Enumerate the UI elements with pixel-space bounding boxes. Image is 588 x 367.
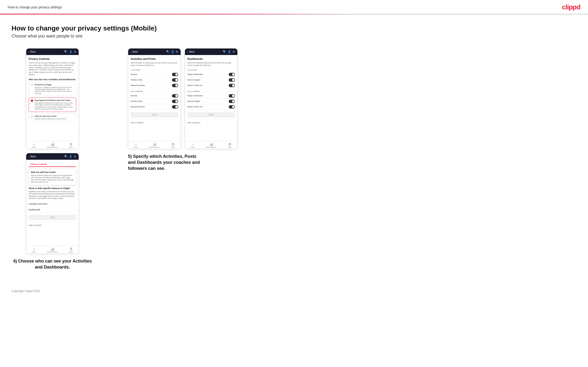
performance-label-3: My Performance [149,147,160,148]
nav-home-2[interactable]: ⌂ Home [32,247,36,253]
screenshots-row: ‹ Back 🔍 👤 ⚙ Privacy Controls Control ho… [12,48,576,270]
dashboards-title: Dashboards [187,57,235,60]
page-subheading: Choose what you want people to see [12,34,576,39]
save-button-3[interactable]: Save [130,112,178,117]
people-icon-4: 👤 [228,50,231,53]
privacy-controls-body: Control how you and your data appears to… [29,62,76,76]
menu-label-2: Menu [69,251,73,253]
back-chevron-4-icon: ‹ [187,50,188,53]
round-insights-coach-toggle[interactable] [229,78,235,82]
nav-home-1[interactable]: ⌂ Home [32,143,36,148]
rounds-coach-toggle[interactable] [172,73,178,76]
manual-coach-toggle[interactable] [172,84,178,87]
search-icon-2: 🔍 [64,155,68,158]
nav-performance-4[interactable]: 📊 My Performance [206,143,216,148]
back-label-3: Back [132,50,138,53]
phone-2-bottom-nav: ⌂ Home 📊 My Performance ☰ Menu [26,246,79,254]
save-button-2[interactable]: Save [29,215,76,220]
caption-5-line3: followers can see. [128,166,165,171]
caption-5-line1: 5) Specify which Activities, Posts [128,154,196,159]
home-icon-4: ⌂ [192,143,193,146]
nav-home-3[interactable]: ⌂ Home [134,143,138,148]
activities-posts-row[interactable]: Activities and Posts › [29,201,76,207]
option-only-you[interactable]: Only You and Your Coach Only you and the… [29,113,76,122]
nav-performance-2[interactable]: 📊 My Performance [47,247,58,253]
menu-icon-4: ☰ [228,143,231,146]
back-chevron-2-icon: ‹ [29,155,30,158]
tab-bar-2: Privacy Controls [29,162,76,167]
save-button-4[interactable]: Save [187,112,235,117]
nav-menu-3[interactable]: ☰ Menu [171,143,175,148]
round-insights-followers-toggle[interactable] [229,100,235,103]
player-dash-followers-label: Player Dashboard [187,95,203,97]
caption-5-line2: and Dashboards your coaches and [128,160,200,165]
phone-3-header: ‹ Back 🔍 👤 ⚙ [128,49,181,55]
phone-4: ‹ Back 🔍 👤 ⚙ Dashboards Select the dashb… [185,48,238,149]
settings-icon: ⚙ [74,50,76,53]
nav-home-4[interactable]: ⌂ Home [191,143,195,148]
option-approved[interactable]: Only Approved Followers and Your Coach O… [29,98,76,112]
what-to-work-followers-toggle[interactable] [229,105,235,108]
toggle-rounds-coach: Rounds [130,72,178,77]
option-approved-desc: Only approved followers and coaches you … [35,102,74,110]
rounds-followers-toggle[interactable] [172,94,178,98]
show-or-hide-section: Show or hide specific features in Clippd… [29,187,76,199]
phone-4-body: Dashboards Select the dashboards that yo… [185,55,237,139]
home-icon-3: ⌂ [135,143,137,146]
phone-2-body: Privacy Controls Only You and Your Coach… [26,160,79,244]
drills-followers-toggle[interactable] [172,100,178,103]
phone-4-header: ‹ Back 🔍 👤 ⚙ [185,49,237,55]
dashboards-arrow-icon: › [76,209,76,211]
nav-menu-4[interactable]: ☰ Menu [228,143,232,148]
screenshot-group-2: ‹ Back 🔍 👤 ⚙ Activities and Posts Select… [128,48,238,172]
people-icon-3: 👤 [171,50,174,53]
toggle-drills-coach: Practice Drills [130,77,178,83]
player-dash-coach-label: Player Dashboard [187,73,203,75]
back-label-2: Back [31,155,36,158]
menu-icon-1: ☰ [70,143,72,146]
manual-followers-toggle[interactable] [172,105,178,108]
activities-posts-desc: Select the types of activity that you'd … [130,62,178,67]
popup-title: Only You and Your Coach [31,171,74,173]
nav-performance-3[interactable]: 📊 My Performance [149,143,160,148]
drills-coach-label: Practice Drills [130,79,142,81]
privacy-controls-tab[interactable]: Privacy Controls [29,162,49,167]
followers-label-3: FOLLOWERS [130,90,178,92]
show-hide-title: Show or hide specific features in Clippd [29,187,76,190]
phones-row-2: ‹ Back 🔍 👤 ⚙ Activities and Posts Select… [128,48,238,149]
activities-posts-label: Activities and Posts [29,203,47,205]
toggle-drills-followers: Practice Drills [130,99,178,104]
rounds-followers-label: Rounds [130,95,137,97]
round-insights-followers-label: Round Insights [187,100,200,102]
rounds-coach-label: Rounds [130,73,137,75]
help-label-2: Help & Support [29,222,76,226]
toggle-round-insights-coach: Round Insights [187,77,235,83]
player-dash-followers-toggle[interactable] [229,94,235,98]
option-everyone-label: Everyone on Clippd [35,83,74,86]
coaches-label-3: COACHES [130,69,178,71]
what-to-work-coach-toggle[interactable] [229,84,235,87]
toggle-what-to-work-followers: What To Work On [187,104,235,110]
player-dash-coach-toggle[interactable] [229,73,235,76]
toggle-player-dash-coach: Player Dashboard [187,72,235,77]
caption-5: 5) Specify which Activities, Posts and D… [128,153,200,172]
phone-2-header: ‹ Back 🔍 👤 ⚙ [26,153,79,160]
search-icon-3: 🔍 [166,50,170,53]
drills-followers-label: Practice Drills [130,100,142,102]
nav-menu-1[interactable]: ☰ Menu [69,143,73,148]
drills-coach-toggle[interactable] [172,78,178,82]
option-everyone[interactable]: Everyone on Clippd Everyone on Clippd ca… [29,82,76,96]
toggle-rounds-followers: Rounds [130,93,178,99]
option-approved-label: Only Approved Followers and Your Coach [35,99,74,102]
phone-3-body: Activities and Posts Select the types of… [128,55,181,139]
popup-balloon: Only You and Your Coach Only you and the… [29,169,76,185]
toggle-manual-coach: Manual Activities [130,83,178,88]
dashboards-row[interactable]: Dashboards › [29,207,76,213]
footer: Copyright Clippd 2022 [0,285,588,298]
logo: clippd [562,3,580,11]
nav-performance-1[interactable]: 📊 My Performance [47,143,58,148]
people-icon: 👤 [69,50,72,53]
menu-icon-3: ☰ [172,143,174,146]
home-label-1: Home [32,147,36,148]
nav-menu-2[interactable]: ☰ Menu [69,247,73,253]
